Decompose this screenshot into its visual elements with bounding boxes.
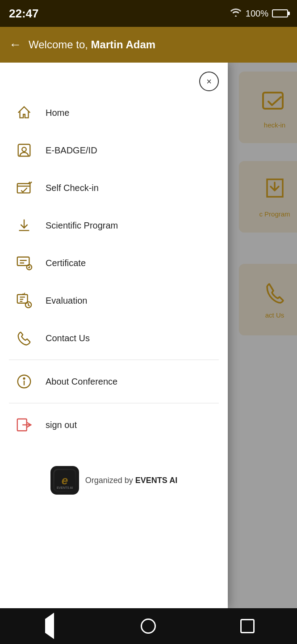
brand-caption: Organized by EVENTS AI bbox=[85, 476, 177, 485]
nav-back-button[interactable] bbox=[38, 615, 61, 637]
menu-item-certificate[interactable]: Certificate bbox=[0, 244, 228, 282]
bg-tile-scientific: c Program bbox=[239, 161, 297, 233]
menu-label-signout: sign out bbox=[46, 420, 77, 430]
menu-divider-1 bbox=[9, 360, 219, 360]
certificate-icon bbox=[13, 252, 35, 274]
menu-divider-2 bbox=[9, 403, 219, 403]
menu-item-home[interactable]: Home bbox=[0, 94, 228, 131]
status-icons: 100% bbox=[230, 7, 288, 20]
navigation-bar bbox=[0, 608, 297, 644]
status-time: 22:47 bbox=[9, 7, 39, 21]
menu-label-evaluation: Evaluation bbox=[46, 296, 87, 306]
menu-label-about: About Conference bbox=[46, 377, 117, 387]
checkin-icon bbox=[13, 177, 35, 199]
menu-item-scientific[interactable]: Scientific Program bbox=[0, 207, 228, 244]
navigation-drawer: × Home E-BADGE/ID bbox=[0, 63, 228, 608]
menu-label-ebadge: E-BADGE/ID bbox=[46, 145, 97, 156]
battery-percentage: 100% bbox=[246, 8, 268, 19]
menu-list: Home E-BADGE/ID bbox=[0, 63, 228, 513]
scientific-icon bbox=[13, 215, 35, 236]
menu-label-contactus: Contact Us bbox=[46, 333, 90, 343]
battery-icon bbox=[272, 9, 288, 17]
menu-item-about[interactable]: About Conference bbox=[0, 363, 228, 400]
badge-icon bbox=[13, 140, 35, 161]
svg-text:e: e bbox=[62, 474, 68, 487]
menu-item-evaluation[interactable]: Evaluation bbox=[0, 282, 228, 319]
menu-label-selfcheckin: Self Check-in bbox=[46, 183, 99, 193]
svg-rect-0 bbox=[263, 93, 283, 109]
svg-text:EVENTS AI: EVENTS AI bbox=[57, 486, 73, 489]
menu-label-scientific: Scientific Program bbox=[46, 220, 118, 231]
brand-logo: e EVENTS AI bbox=[50, 466, 79, 495]
svg-rect-4 bbox=[17, 257, 29, 266]
nav-home-button[interactable] bbox=[137, 615, 159, 637]
svg-point-10 bbox=[24, 378, 25, 379]
menu-item-contactus[interactable]: Contact Us bbox=[0, 319, 228, 357]
back-button[interactable]: ← bbox=[9, 38, 21, 52]
nav-recents-button[interactable] bbox=[236, 615, 259, 637]
menu-label-certificate: Certificate bbox=[46, 258, 86, 268]
header-title: Welcome to, Martin Adam bbox=[29, 38, 155, 51]
phone-icon bbox=[13, 327, 35, 349]
header-bar: ← Welcome to, Martin Adam bbox=[0, 27, 297, 63]
svg-point-2 bbox=[22, 147, 26, 152]
footer-branding: e EVENTS AI Organized by EVENTS AI bbox=[0, 453, 228, 504]
bg-tile-checkin: heck-in bbox=[239, 72, 297, 143]
status-bar: 22:47 100% bbox=[0, 0, 297, 27]
menu-label-home: Home bbox=[46, 108, 69, 118]
home-icon bbox=[13, 102, 35, 123]
wifi-icon bbox=[230, 7, 242, 20]
bg-tile-contact: act Us bbox=[239, 264, 297, 335]
info-icon bbox=[13, 371, 35, 392]
evaluation-icon bbox=[13, 290, 35, 311]
menu-item-ebadge[interactable]: E-BADGE/ID bbox=[0, 131, 228, 169]
menu-item-signout[interactable]: sign out bbox=[0, 406, 228, 444]
close-drawer-button[interactable]: × bbox=[199, 72, 219, 91]
menu-item-selfcheckin[interactable]: Self Check-in bbox=[0, 169, 228, 207]
signout-icon bbox=[13, 414, 35, 436]
